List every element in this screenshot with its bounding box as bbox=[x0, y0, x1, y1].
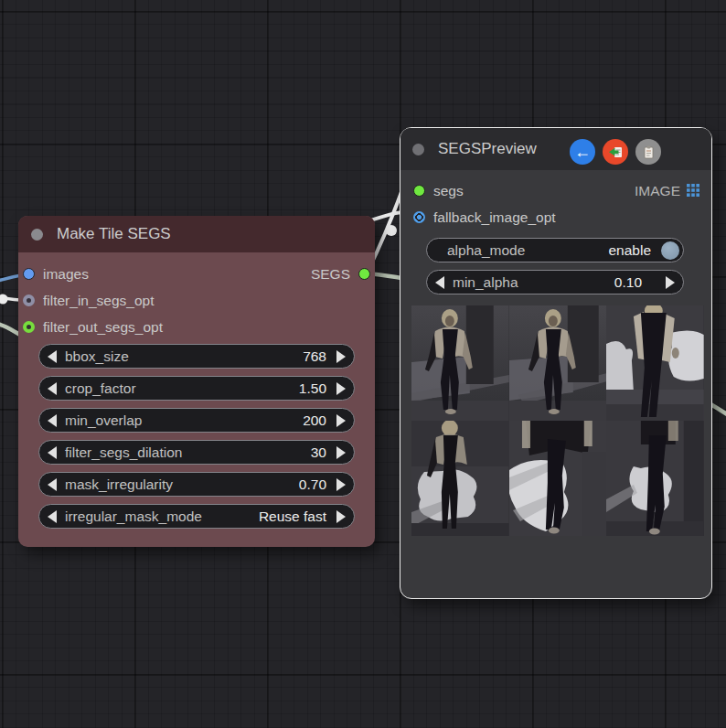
decrement-arrow-icon[interactable] bbox=[48, 478, 57, 491]
widget-value[interactable]: 0.10 bbox=[614, 274, 642, 291]
decrement-arrow-icon[interactable] bbox=[48, 350, 57, 363]
decrement-arrow-icon[interactable] bbox=[48, 446, 57, 459]
widget-label: filter_segs_dilation bbox=[65, 444, 182, 461]
clipboard-badge[interactable] bbox=[635, 139, 661, 165]
increment-arrow-icon[interactable] bbox=[336, 414, 346, 427]
increment-arrow-icon[interactable] bbox=[336, 382, 346, 395]
node-title: SEGSPreview bbox=[438, 140, 537, 158]
input-label: fallback_image_opt bbox=[433, 209, 556, 226]
increment-arrow-icon[interactable] bbox=[336, 446, 346, 459]
input-slot-filter-out-segs-opt[interactable] bbox=[23, 321, 35, 333]
input-slot-fallback-image-opt[interactable] bbox=[413, 211, 425, 223]
widget-min-overlap[interactable]: min_overlap 200 bbox=[38, 408, 355, 433]
node-title: Make Tile SEGS bbox=[57, 225, 171, 243]
widget-min-alpha[interactable]: min_alpha 0.10 bbox=[426, 270, 684, 294]
widget-label: min_alpha bbox=[453, 274, 518, 291]
increment-arrow-icon[interactable] bbox=[336, 478, 346, 491]
node-title-bar[interactable]: Make Tile SEGS bbox=[18, 216, 375, 252]
node-make-tile-segs[interactable]: Make Tile SEGS images SEGS filter_in_seg… bbox=[18, 216, 375, 547]
input-slot-filter-in-segs-opt[interactable] bbox=[23, 294, 35, 306]
link-dot[interactable] bbox=[0, 294, 8, 305]
decrement-arrow-icon[interactable] bbox=[435, 276, 444, 289]
widget-value[interactable]: 200 bbox=[303, 412, 326, 429]
preview-image-2 bbox=[509, 305, 607, 421]
widget-label: mask_irregularity bbox=[65, 476, 173, 493]
widget-value[interactable]: Reuse fast bbox=[259, 509, 326, 525]
widget-label: bbox_size bbox=[65, 348, 129, 365]
decrement-arrow-icon[interactable] bbox=[48, 382, 57, 395]
decrement-arrow-icon[interactable] bbox=[48, 510, 57, 523]
widget-value[interactable]: 768 bbox=[303, 348, 326, 365]
input-label: filter_out_segs_opt bbox=[43, 319, 163, 336]
widget-value[interactable]: 0.70 bbox=[299, 476, 326, 493]
input-label: images bbox=[43, 266, 89, 283]
increment-arrow-icon[interactable] bbox=[666, 276, 675, 289]
input-label: segs bbox=[433, 183, 464, 199]
widget-label: crop_factor bbox=[65, 380, 136, 397]
output-slot-segs[interactable] bbox=[358, 268, 370, 280]
toggle-knob[interactable] bbox=[661, 241, 679, 260]
increment-arrow-icon[interactable] bbox=[336, 350, 346, 363]
preview-image-1 bbox=[411, 305, 509, 421]
widget-label: min_overlap bbox=[65, 412, 142, 429]
input-slot-segs[interactable] bbox=[413, 185, 425, 197]
widget-alpha-mode[interactable]: alpha_mode enable bbox=[426, 238, 684, 262]
output-label: SEGS bbox=[311, 266, 350, 283]
preview-image-4 bbox=[411, 421, 509, 536]
collapse-dot-icon[interactable] bbox=[412, 144, 424, 155]
widget-filter-segs-dilation[interactable]: filter_segs_dilation 30 bbox=[38, 440, 355, 465]
input-label: filter_in_segs_opt bbox=[43, 293, 155, 309]
node-graph-canvas[interactable]: Make Tile SEGS images SEGS filter_in_seg… bbox=[0, 0, 726, 728]
input-slot-images[interactable] bbox=[23, 268, 35, 280]
preview-image-6 bbox=[606, 421, 704, 536]
collapse-dot-icon[interactable] bbox=[31, 229, 43, 241]
grid-icon[interactable] bbox=[687, 184, 700, 198]
widget-mask-irregularity[interactable]: mask_irregularity 0.70 bbox=[38, 472, 355, 497]
manager-badge[interactable] bbox=[603, 139, 628, 165]
widget-value[interactable]: 30 bbox=[311, 444, 326, 461]
preview-image-grid[interactable] bbox=[411, 305, 704, 536]
widget-label: alpha_mode bbox=[447, 242, 525, 259]
node-segs-preview[interactable]: SEGSPreview ← bbox=[400, 127, 712, 599]
widget-crop-factor[interactable]: crop_factor 1.50 bbox=[38, 376, 355, 401]
link-dot[interactable] bbox=[386, 225, 397, 236]
manager-icon bbox=[608, 145, 624, 160]
output-label: IMAGE bbox=[635, 183, 680, 199]
back-arrow-icon: ← bbox=[574, 143, 591, 162]
decrement-arrow-icon[interactable] bbox=[48, 414, 57, 427]
node-title-bar[interactable]: SEGSPreview ← bbox=[400, 128, 711, 170]
widget-value[interactable]: 1.50 bbox=[299, 380, 326, 397]
increment-arrow-icon[interactable] bbox=[336, 510, 346, 523]
widget-value: enable bbox=[608, 242, 651, 259]
preview-image-5 bbox=[509, 421, 607, 536]
preview-image-3 bbox=[606, 305, 704, 421]
widget-label: irregular_mask_mode bbox=[65, 509, 202, 525]
widget-irregular-mask-mode[interactable]: irregular_mask_mode Reuse fast bbox=[38, 504, 355, 529]
back-arrow-badge[interactable]: ← bbox=[570, 139, 595, 165]
clipboard-icon bbox=[641, 145, 657, 160]
widget-bbox-size[interactable]: bbox_size 768 bbox=[38, 344, 355, 369]
